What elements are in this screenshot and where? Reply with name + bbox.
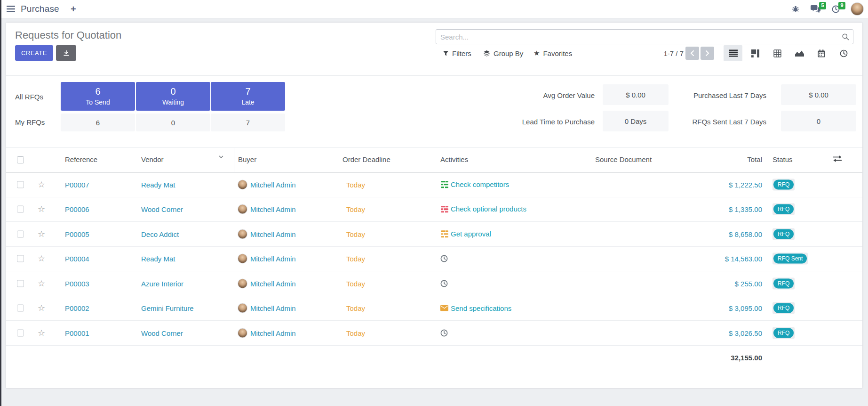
vendor-link[interactable]: Wood Corner — [141, 205, 183, 213]
buyer-link[interactable]: Mitchell Admin — [250, 304, 296, 312]
row-checkbox[interactable] — [17, 305, 24, 312]
my-waiting-counter[interactable]: 0 — [136, 114, 210, 131]
table-row[interactable]: ☆ P00007 Ready Mat Mitchell Admin Today … — [6, 172, 862, 197]
apps-menu-icon[interactable] — [7, 6, 15, 12]
pivot-view-button[interactable] — [768, 45, 787, 61]
activity-link[interactable]: Check competitors — [451, 180, 509, 188]
new-tab-icon[interactable]: + — [71, 4, 76, 15]
optional-columns-icon[interactable] — [833, 155, 842, 162]
buyer-link[interactable]: Mitchell Admin — [250, 279, 296, 287]
activity-link[interactable]: Check optional products — [451, 205, 526, 213]
activity-cell[interactable] — [440, 280, 450, 287]
column-header-source-document[interactable]: Source Document — [595, 155, 652, 163]
activity-cell[interactable]: Check optional products — [440, 205, 526, 213]
activity-cell[interactable] — [440, 329, 450, 337]
kanban-view-button[interactable] — [746, 45, 764, 61]
buyer-link[interactable]: Mitchell Admin — [250, 255, 296, 263]
sort-caret-icon[interactable] — [219, 155, 223, 158]
reference-link[interactable]: P00005 — [65, 230, 89, 238]
row-checkbox[interactable] — [17, 329, 24, 336]
row-checkbox[interactable] — [17, 230, 24, 237]
create-button[interactable]: CREATE — [15, 45, 53, 61]
row-checkbox[interactable] — [17, 181, 24, 188]
select-all-checkbox[interactable] — [17, 156, 24, 163]
export-download-button[interactable] — [56, 45, 76, 61]
column-header-order-deadline[interactable]: Order Deadline — [342, 155, 390, 163]
vendor-link[interactable]: Ready Mat — [141, 255, 175, 263]
favorite-star-icon[interactable]: ☆ — [36, 253, 47, 264]
favorite-star-icon[interactable]: ☆ — [36, 328, 47, 338]
table-row[interactable]: ☆ P00001 Wood Corner Mitchell Admin Toda… — [6, 321, 862, 346]
activity-cell[interactable]: Check competitors — [440, 180, 509, 188]
activity-view-button[interactable] — [834, 45, 853, 61]
reference-link[interactable]: P00001 — [65, 329, 89, 337]
buyer-avatar — [238, 205, 247, 214]
buyer-avatar — [238, 254, 247, 263]
column-header-activities[interactable]: Activities — [440, 155, 468, 163]
row-checkbox[interactable] — [17, 255, 24, 262]
user-avatar[interactable] — [851, 3, 863, 15]
activities-clock-icon[interactable]: 9 — [832, 5, 840, 13]
activity-cell[interactable] — [440, 255, 450, 262]
my-to-send-counter[interactable]: 6 — [61, 114, 135, 131]
vendor-link[interactable]: Deco Addict — [141, 230, 179, 238]
to-send-label: To Send — [61, 98, 135, 106]
column-header-vendor[interactable]: Vendor — [141, 155, 164, 163]
vendor-link[interactable]: Wood Corner — [141, 329, 183, 337]
group-by-button[interactable]: Group By — [483, 48, 523, 59]
messages-icon[interactable]: 5 — [811, 5, 820, 13]
column-header-status[interactable]: Status — [772, 155, 793, 163]
calendar-view-button[interactable] — [812, 45, 831, 61]
column-header-buyer[interactable]: Buyer — [238, 155, 256, 163]
search-icon[interactable] — [842, 33, 849, 41]
late-count: 7 — [211, 86, 285, 97]
favorite-star-icon[interactable]: ☆ — [36, 278, 47, 289]
waiting-counter[interactable]: 0 Waiting — [136, 82, 210, 111]
status-cell: RFQ — [772, 327, 795, 339]
buyer-link[interactable]: Mitchell Admin — [250, 329, 296, 337]
activity-link[interactable]: Send specifications — [451, 304, 511, 312]
activity-cell[interactable]: Send specifications — [440, 304, 511, 312]
download-icon — [63, 50, 70, 57]
buyer-link[interactable]: Mitchell Admin — [250, 205, 296, 213]
table-footer: 32,155.00 — [6, 346, 862, 371]
buyer-link[interactable]: Mitchell Admin — [250, 180, 296, 188]
reference-link[interactable]: P00006 — [65, 205, 89, 213]
table-row[interactable]: ☆ P00004 Ready Mat Mitchell Admin Today … — [6, 247, 862, 272]
table-row[interactable]: ☆ P00003 Azure Interior Mitchell Admin T… — [6, 271, 862, 296]
table-row[interactable]: ☆ P00006 Wood Corner Mitchell Admin Toda… — [6, 197, 862, 222]
app-name[interactable]: Purchase — [21, 4, 59, 14]
reference-link[interactable]: P00007 — [65, 180, 89, 188]
favorite-star-icon[interactable]: ☆ — [36, 204, 47, 214]
to-send-counter[interactable]: 6 To Send — [61, 82, 135, 111]
pager-previous-button[interactable] — [685, 47, 699, 60]
favorites-button[interactable]: ★ Favorites — [534, 48, 572, 59]
column-header-reference[interactable]: Reference — [65, 155, 97, 163]
graph-view-button[interactable] — [790, 45, 809, 61]
vendor-link[interactable]: Ready Mat — [141, 180, 175, 188]
late-counter[interactable]: 7 Late — [211, 82, 285, 111]
vendor-link[interactable]: Gemini Furniture — [141, 304, 194, 312]
list-view-button[interactable] — [724, 45, 742, 61]
favorite-star-icon[interactable]: ☆ — [36, 229, 47, 239]
filters-button[interactable]: Filters — [443, 48, 471, 59]
pager-next-button[interactable] — [701, 47, 714, 60]
favorite-star-icon[interactable]: ☆ — [36, 179, 47, 190]
search-input[interactable] — [436, 29, 853, 44]
table-row[interactable]: ☆ P00002 Gemini Furniture Mitchell Admin… — [6, 296, 862, 321]
vendor-link[interactable]: Azure Interior — [141, 279, 183, 287]
reference-link[interactable]: P00003 — [65, 279, 89, 287]
favorites-label: Favorites — [543, 49, 572, 57]
activity-cell[interactable]: Get approval — [440, 230, 491, 238]
row-checkbox[interactable] — [17, 206, 24, 213]
my-late-counter[interactable]: 7 — [211, 114, 285, 131]
activity-link[interactable]: Get approval — [451, 230, 491, 238]
table-row[interactable]: ☆ P00005 Deco Addict Mitchell Admin Toda… — [6, 222, 862, 247]
buyer-link[interactable]: Mitchell Admin — [250, 230, 296, 238]
debug-bug-icon[interactable] — [792, 5, 799, 13]
favorite-star-icon[interactable]: ☆ — [36, 303, 47, 313]
reference-link[interactable]: P00002 — [65, 304, 89, 312]
reference-link[interactable]: P00004 — [65, 255, 89, 263]
column-header-total[interactable]: Total — [665, 155, 762, 163]
row-checkbox[interactable] — [17, 280, 24, 287]
